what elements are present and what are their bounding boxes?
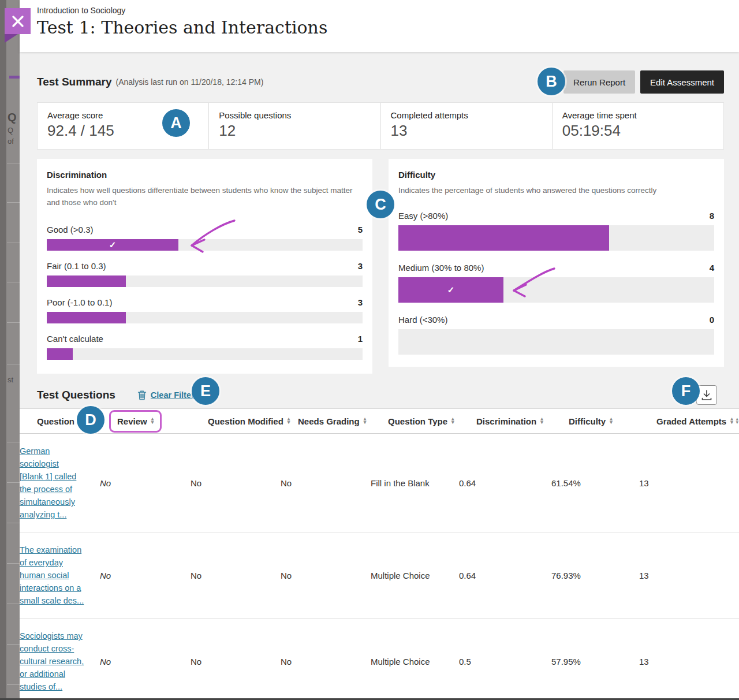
sort-arrows-icon[interactable]: ▴▾ bbox=[540, 418, 543, 424]
close-panel-button[interactable] bbox=[5, 8, 31, 34]
column-header-needs-grading[interactable]: Needs Grading▴▾ bbox=[298, 416, 388, 426]
column-label: Question bbox=[37, 416, 74, 426]
column-label: Needs Grading bbox=[298, 416, 360, 426]
chart-bar-row: Fair (0.1 to 0.3)3 bbox=[47, 261, 363, 287]
discrimination-description: Indicates how well questions differentia… bbox=[47, 185, 363, 209]
graded-attempts-cell: 13 bbox=[639, 571, 739, 580]
sort-arrows-icon[interactable]: ▴▾ bbox=[610, 418, 613, 424]
chart-bar-row: Hard (<30%)0 bbox=[398, 315, 714, 355]
checkmark-icon: ✓ bbox=[398, 285, 503, 295]
column-label: Question Modified bbox=[208, 416, 283, 426]
bar-track bbox=[398, 329, 714, 355]
chart-bar-row: Easy (>80%)8 bbox=[398, 211, 714, 251]
bar-label: Poor (-1.0 to 0.1) bbox=[47, 297, 112, 307]
rerun-report-button[interactable]: Rerun Report bbox=[563, 70, 635, 94]
bar-fill: ✓ bbox=[47, 239, 178, 251]
column-header-review[interactable]: Review▴▾ bbox=[117, 410, 208, 433]
close-icon bbox=[12, 15, 24, 28]
clear-filters-link[interactable]: Clear Filters bbox=[137, 390, 199, 400]
table-row: German sociologist [Blank 1] called the … bbox=[20, 434, 739, 532]
question-cell: The examination of everyday human social… bbox=[20, 543, 100, 607]
background-divider bbox=[7, 202, 20, 203]
review-cell: No bbox=[100, 478, 191, 488]
review-column-highlight: Review▴▾ bbox=[109, 410, 162, 433]
stat-value: 12 bbox=[219, 122, 380, 140]
column-header-discrimination[interactable]: Discrimination▴▾ bbox=[476, 416, 569, 426]
chart-bar-row: Medium (30% to 80%)4✓ bbox=[398, 263, 714, 303]
graded-attempts-cell: 13 bbox=[639, 478, 739, 488]
difficulty-panel: Difficulty Indicates the percentage of s… bbox=[389, 159, 724, 367]
panel-header: Introduction to Sociology Test 1: Theori… bbox=[20, 0, 739, 52]
page-title: Test 1: Theories and Interactions bbox=[37, 17, 739, 38]
question-modified-cell: No bbox=[191, 571, 281, 580]
sort-arrows-icon[interactable]: ▴▾ bbox=[151, 418, 154, 424]
question-link[interactable]: Sociologists may conduct cross-cultural … bbox=[20, 631, 84, 691]
needs-grading-cell: No bbox=[281, 571, 371, 580]
screenshot-root: QQofst Introduction to Sociology Test 1:… bbox=[0, 0, 739, 700]
annotation-circle-f: F bbox=[672, 377, 700, 405]
difficulty-title: Difficulty bbox=[398, 170, 714, 180]
bar-label: Medium (30% to 80%) bbox=[398, 263, 484, 273]
bar-count: 5 bbox=[358, 225, 363, 234]
bar-track bbox=[398, 225, 714, 251]
bar-track: ✓ bbox=[47, 239, 363, 251]
difficulty-value-cell: 76.93% bbox=[551, 571, 639, 580]
background-divider bbox=[7, 442, 20, 442]
bar-count: 4 bbox=[710, 263, 714, 273]
column-label: Difficulty bbox=[569, 416, 606, 426]
column-header-graded-attempts[interactable]: Graded Attempts▴▾ bbox=[656, 416, 739, 426]
background-divider bbox=[7, 482, 20, 483]
question-type-cell: Multiple Choice bbox=[371, 571, 459, 580]
column-header-question-type[interactable]: Question Type▴▾ bbox=[388, 416, 476, 426]
difficulty-description: Indicates the percentage of students who… bbox=[398, 185, 714, 197]
cutoff-column-sort-icon[interactable]: ▴▾ bbox=[736, 418, 738, 424]
table-row: The examination of everyday human social… bbox=[20, 532, 739, 618]
column-label: Discrimination bbox=[476, 416, 536, 426]
needs-grading-cell: No bbox=[281, 478, 371, 488]
bar-track bbox=[47, 275, 363, 287]
summary-stat-card: Possible questions12 bbox=[208, 103, 380, 149]
question-link[interactable]: The examination of everyday human social… bbox=[20, 545, 84, 605]
analysis-last-run: (Analysis last run on 11/20/18, 12:14 PM… bbox=[116, 77, 264, 87]
annotation-circle-a: A bbox=[162, 109, 190, 137]
discrimination-value-cell: 0.64 bbox=[459, 478, 551, 488]
column-label: Review bbox=[117, 416, 147, 426]
summary-stat-card: Average time spent05:19:54 bbox=[552, 103, 723, 149]
bar-label: Fair (0.1 to 0.3) bbox=[47, 261, 106, 271]
stat-label: Possible questions bbox=[219, 110, 380, 120]
bar-fill: ✓ bbox=[398, 277, 503, 303]
chart-bar-row: Can't calculate1 bbox=[47, 334, 363, 360]
question-modified-cell: No bbox=[191, 478, 281, 488]
difficulty-value-cell: 57.95% bbox=[551, 657, 639, 667]
bar-label: Good (>0.3) bbox=[47, 225, 93, 234]
panel-content: Test Summary (Analysis last run on 11/20… bbox=[20, 69, 739, 700]
bar-count: 0 bbox=[710, 315, 714, 325]
sort-arrows-icon[interactable]: ▴▾ bbox=[730, 418, 733, 424]
question-link[interactable]: German sociologist [Blank 1] called the … bbox=[20, 446, 76, 519]
question-type-cell: Multiple Choice bbox=[371, 657, 459, 667]
bar-label: Hard (<30%) bbox=[398, 315, 447, 325]
table-row: Sociologists may conduct cross-cultural … bbox=[20, 618, 739, 700]
background-page-strip: QQofst bbox=[0, 0, 20, 700]
course-name: Introduction to Sociology bbox=[37, 6, 739, 15]
difficulty-value-cell: 61.54% bbox=[551, 478, 639, 488]
sort-arrows-icon[interactable]: ▴▾ bbox=[288, 418, 290, 424]
background-divider bbox=[7, 243, 20, 243]
bar-count: 3 bbox=[358, 261, 363, 271]
column-header-difficulty[interactable]: Difficulty▴▾ bbox=[569, 416, 656, 426]
sort-arrows-icon[interactable]: ▴▾ bbox=[451, 418, 454, 424]
needs-grading-cell: No bbox=[281, 657, 371, 667]
annotation-circle-d: D bbox=[77, 406, 104, 434]
question-modified-cell: No bbox=[191, 657, 281, 667]
column-header-question-modified[interactable]: Question Modified▴▾ bbox=[208, 416, 298, 426]
assessment-analysis-panel: Introduction to Sociology Test 1: Theori… bbox=[20, 0, 739, 700]
annotation-circle-e: E bbox=[192, 377, 219, 405]
bar-fill bbox=[47, 348, 73, 360]
annotation-circle-b: B bbox=[538, 68, 565, 95]
edit-assessment-button[interactable]: Edit Assessment bbox=[640, 70, 724, 94]
table-body: German sociologist [Blank 1] called the … bbox=[20, 434, 739, 700]
discrimination-title: Discrimination bbox=[47, 170, 363, 180]
review-cell: No bbox=[100, 571, 191, 580]
background-left-edge bbox=[0, 0, 6, 700]
sort-arrows-icon[interactable]: ▴▾ bbox=[364, 418, 367, 424]
